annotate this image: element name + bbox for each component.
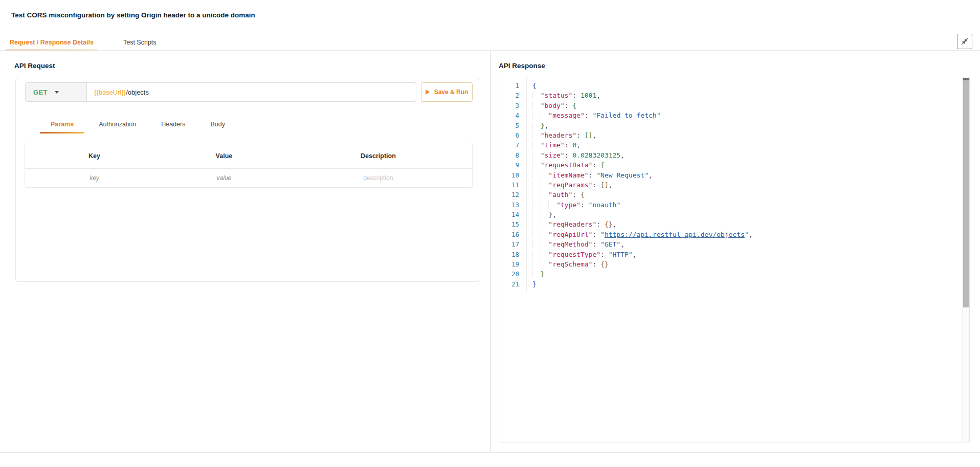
vertical-scrollbar	[962, 77, 969, 442]
save-and-run-label: Save & Run	[434, 88, 469, 96]
params-table-input-row: key value description	[25, 169, 472, 187]
code-line-3: 3 "body": {	[499, 101, 962, 110]
line-number: 18	[499, 250, 526, 259]
response-url-link[interactable]: https://api.restful-api.dev/objects	[605, 231, 745, 238]
line-number: 16	[499, 230, 526, 239]
code-line-5: 5 },	[499, 121, 962, 130]
collapse-panel-button[interactable]	[957, 34, 972, 49]
line-number: 9	[499, 160, 526, 170]
description-input[interactable]: description	[284, 169, 472, 187]
line-number: 5	[499, 121, 526, 130]
code-line-2: 2 "status": 1001,	[499, 91, 962, 100]
value-input[interactable]: value	[164, 169, 284, 187]
params-table: Key Value Description key value descript…	[25, 143, 473, 188]
line-number: 4	[499, 110, 526, 120]
params-table-header-row: Key Value Description	[25, 143, 472, 169]
url-input[interactable]: {{baseUrl}}/objects	[87, 83, 416, 101]
url-variable: {{baseUrl}}	[94, 88, 126, 96]
api-request-heading: API Request	[14, 62, 55, 70]
code-line-14: 14 },	[499, 210, 962, 219]
code-line-16: 16 "reqApiUrl": "https://api.restful-api…	[499, 230, 962, 239]
code-line-15: 15 "reqHeaders": {},	[499, 219, 962, 229]
code-line-6: 6 "headers": [],	[499, 130, 962, 140]
method-label: GET	[33, 88, 48, 96]
line-number: 3	[499, 101, 526, 110]
line-number: 7	[499, 140, 526, 150]
line-number: 10	[499, 170, 526, 180]
subtab-authorization[interactable]: Authorization	[88, 117, 147, 134]
code-line-12: 12 "auth": {	[499, 190, 962, 199]
request-subtabs: ParamsAuthorizationHeadersBody	[40, 117, 239, 134]
chevron-down-icon	[55, 91, 59, 94]
panel-divider[interactable]	[490, 51, 491, 452]
code-line-21: 21}	[499, 279, 962, 289]
line-number: 20	[499, 269, 526, 279]
url-path: /objects	[126, 88, 149, 96]
code-line-20: 20 }	[499, 269, 962, 279]
method-select[interactable]: GET	[26, 83, 87, 101]
line-number: 21	[499, 279, 526, 289]
tab-request-response-details[interactable]: Request / Response Details	[6, 36, 98, 50]
key-input[interactable]: key	[25, 169, 164, 187]
line-number: 11	[499, 180, 526, 190]
code-line-8: 8 "size": 0.0283203125,	[499, 150, 962, 160]
line-number: 12	[499, 190, 526, 199]
line-number: 2	[499, 91, 526, 100]
code-line-11: 11 "reqParams": [],	[499, 180, 962, 190]
method-url-bar: GET {{baseUrl}}/objects	[25, 82, 416, 102]
bottom-divider	[0, 452, 980, 453]
code-line-18: 18 "requestType": "HTTP",	[499, 250, 962, 259]
page-title: Test CORS misconfiguration by setting Or…	[11, 11, 255, 19]
column-header-value: Value	[164, 143, 284, 168]
line-number: 6	[499, 130, 526, 140]
api-response-heading: API Response	[499, 62, 545, 70]
main-tab-bar: Request / Response Details Test Scripts	[6, 36, 182, 50]
line-number: 17	[499, 239, 526, 249]
code-line-4: 4 "message": "Failed to fetch"	[499, 110, 962, 120]
code-line-10: 10 "itemName": "New Request",	[499, 170, 962, 180]
code-line-19: 19 "reqSchema": {}	[499, 259, 962, 269]
column-header-key: Key	[25, 143, 164, 168]
column-header-description: Description	[284, 143, 472, 168]
line-number: 19	[499, 259, 526, 269]
save-and-run-button[interactable]: Save & Run	[421, 82, 473, 102]
line-number: 14	[499, 210, 526, 219]
code-line-13: 13 "type": "noauth"	[499, 200, 962, 210]
line-number: 1	[499, 81, 526, 91]
app-window: Test CORS misconfiguration by setting Or…	[0, 0, 980, 467]
line-number: 13	[499, 200, 526, 210]
line-number: 15	[499, 219, 526, 229]
play-icon	[426, 90, 430, 95]
tab-test-scripts[interactable]: Test Scripts	[119, 36, 161, 50]
code-line-7: 7 "time": 0,	[499, 140, 962, 150]
subtab-headers[interactable]: Headers	[150, 117, 196, 134]
response-code-editor: 1{2 "status": 1001,3 "body": {4 "message…	[499, 77, 970, 442]
line-number: 8	[499, 150, 526, 160]
code-lines: 1{2 "status": 1001,3 "body": {4 "message…	[499, 81, 962, 289]
collapse-arrows-icon	[960, 37, 969, 46]
code-line-17: 17 "reqMethod": "GET",	[499, 239, 962, 249]
scrollbar-thumb[interactable]	[963, 80, 969, 307]
subtab-params[interactable]: Params	[40, 117, 84, 134]
code-line-9: 9 "requestData": {	[499, 160, 962, 170]
subtab-body[interactable]: Body	[199, 117, 236, 134]
code-line-1: 1{	[499, 81, 962, 91]
api-request-panel: GET {{baseUrl}}/objects Save & Run Param…	[15, 78, 480, 282]
